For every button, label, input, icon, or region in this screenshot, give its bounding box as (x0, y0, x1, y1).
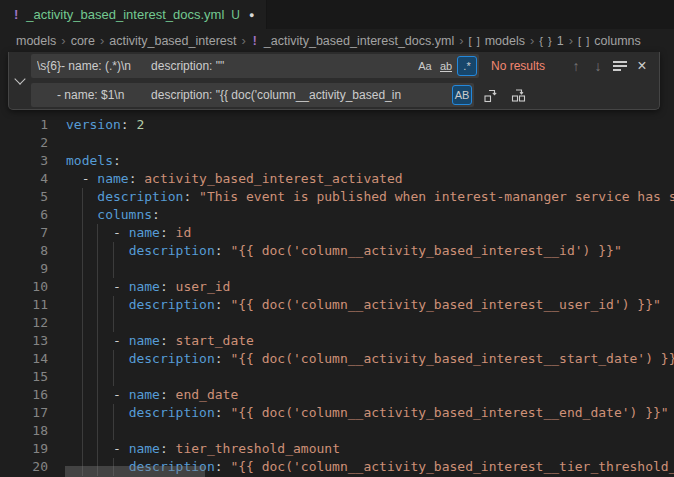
indent-guide (82, 368, 83, 386)
find-input[interactable] (31, 59, 414, 73)
breadcrumb-separator-icon: › (241, 33, 245, 48)
code-text: - name: id (66, 224, 191, 242)
code-token: name (129, 333, 160, 348)
breadcrumb-label: models (16, 34, 56, 48)
code-text: - name: user_id (66, 278, 230, 296)
code-token (66, 405, 129, 420)
line-number: 14 (0, 350, 48, 368)
selection-icon (613, 59, 627, 74)
match-case-button[interactable]: Aa (415, 56, 435, 76)
breadcrumb-separator-icon: › (530, 33, 534, 48)
code-text: description: "This event is published wh… (66, 188, 674, 206)
close-button[interactable]: × (631, 55, 653, 77)
breadcrumb-item-models[interactable]: models (16, 34, 56, 48)
code-token: 2 (136, 117, 144, 132)
replace-all-button[interactable] (508, 84, 530, 106)
code-token: "{{ doc('column__activity_based_interest… (230, 243, 621, 258)
line-number: 17 (0, 404, 48, 422)
git-status-badge: U (231, 8, 240, 22)
replace-button[interactable] (480, 84, 502, 106)
find-in-selection-button[interactable] (609, 55, 631, 77)
breadcrumb-item-models[interactable]: [ ]models (469, 34, 525, 48)
horizontal-scrollbar[interactable] (65, 466, 205, 477)
code-line[interactable]: 6 columns: (0, 206, 674, 224)
code-token: start_date (176, 333, 254, 348)
breadcrumb-item--activity-based-interest-docs-yml[interactable]: !_activity_based_interest_docs.yml (251, 34, 454, 48)
preserve-case-icon: AB (455, 89, 470, 101)
code-text: description: "{{ doc('column__activity_b… (66, 242, 622, 260)
breadcrumb-item-1[interactable]: { }1 (539, 34, 563, 48)
code-token (66, 351, 129, 366)
code-text: models: (66, 152, 121, 170)
replace-input[interactable] (31, 88, 451, 102)
code-text: columns: (66, 206, 160, 224)
yaml-file-icon: ! (14, 7, 18, 22)
code-line[interactable]: 5 description: "This event is published … (0, 188, 674, 206)
line-number: 4 (0, 170, 48, 188)
modified-indicator-dot[interactable]: ● (249, 10, 254, 20)
code-line[interactable]: 18 (0, 422, 674, 440)
code-line[interactable]: 8 description: "{{ doc('column__activity… (0, 242, 674, 260)
code-token: name (129, 441, 160, 456)
code-token: "{{ doc('column__activity_based_interest… (230, 351, 674, 366)
code-line[interactable]: 9 (0, 260, 674, 278)
toggle-replace-button[interactable] (9, 52, 31, 109)
tab-activity-based-interest-docs[interactable]: ! _activity_based_interest_docs.yml U ● (0, 0, 267, 29)
code-line[interactable]: 12 (0, 314, 674, 332)
code-token: name (129, 387, 160, 402)
next-match-button[interactable]: ↓ (587, 55, 609, 77)
code-line[interactable]: 17 description: "{{ doc('column__activit… (0, 404, 674, 422)
breadcrumb-item-activity-based-interest[interactable]: activity_based_interest (109, 34, 236, 48)
code-line[interactable]: 1version: 2 (0, 116, 674, 134)
code-token: - (66, 171, 97, 186)
line-number: 7 (0, 224, 48, 242)
line-number: 12 (0, 314, 48, 332)
code-token: : (160, 279, 176, 294)
line-number: 3 (0, 152, 48, 170)
code-line[interactable]: 3models: (0, 152, 674, 170)
preserve-case-button[interactable]: AB (452, 85, 472, 105)
regex-button[interactable]: .* (457, 56, 477, 76)
code-token: : (152, 207, 160, 222)
previous-match-button[interactable]: ↑ (565, 55, 587, 77)
code-token: - (66, 225, 129, 240)
indent-guide (97, 368, 98, 386)
code-token: : (215, 459, 231, 474)
line-number: 18 (0, 422, 48, 440)
editor[interactable]: 1version: 223models:4 - name: activity_b… (0, 52, 674, 477)
indent-guide (82, 314, 83, 332)
breadcrumb-label: models (485, 34, 525, 48)
code-token: - (66, 441, 129, 456)
code-token: tier_threshold_amount (176, 441, 340, 456)
breadcrumb-item-columns[interactable]: [ ]columns (578, 34, 641, 48)
replace-input-box: AB (31, 83, 474, 107)
code-token: version (66, 117, 121, 132)
code-line[interactable]: 11 description: "{{ doc('column__activit… (0, 296, 674, 314)
line-number: 15 (0, 368, 48, 386)
code-line[interactable]: 15 (0, 368, 674, 386)
breadcrumb: models›core›activity_based_interest›!_ac… (0, 29, 674, 52)
code-line[interactable]: 16 - name: end_date (0, 386, 674, 404)
code-token: : (183, 189, 199, 204)
line-number: 2 (0, 134, 48, 152)
tab-filename: _activity_based_interest_docs.yml (26, 7, 224, 22)
code-token (66, 207, 97, 222)
code-line[interactable]: 7 - name: id (0, 224, 674, 242)
code-token: description (97, 189, 183, 204)
code-line[interactable]: 19 - name: tier_threshold_amount (0, 440, 674, 458)
code-token (66, 297, 129, 312)
whole-word-button[interactable]: ab (436, 56, 456, 76)
code-token: end_date (176, 387, 239, 402)
code-line[interactable]: 4 - name: activity_based_interest_activa… (0, 170, 674, 188)
code-line[interactable]: 13 - name: start_date (0, 332, 674, 350)
code-token: activity_based_interest_activated (144, 171, 402, 186)
code-line[interactable]: 2 (0, 134, 674, 152)
code-line[interactable]: 14 description: "{{ doc('column__activit… (0, 350, 674, 368)
breadcrumb-item-core[interactable]: core (71, 34, 95, 48)
code-token (66, 243, 129, 258)
code-line[interactable]: 10 - name: user_id (0, 278, 674, 296)
find-replace-widget: Aa ab .* No results ↑ ↓ × AB (8, 52, 660, 110)
breadcrumb-label: activity_based_interest (109, 34, 236, 48)
code-token: : (160, 387, 176, 402)
code-text: description: "{{ doc('column__activity_b… (66, 404, 669, 422)
